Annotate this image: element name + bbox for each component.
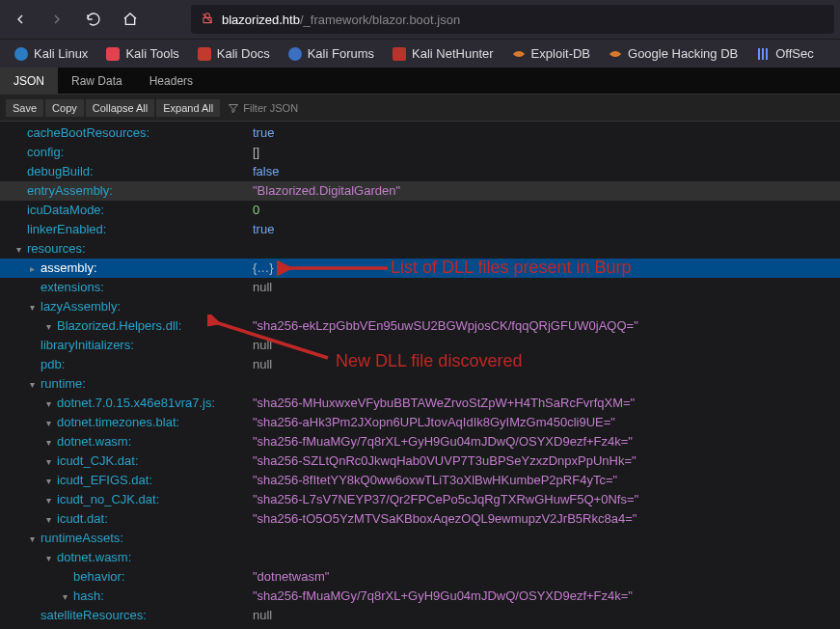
bookmark-label: OffSec [775, 46, 814, 61]
svg-rect-3 [198, 47, 211, 61]
svg-rect-2 [106, 47, 120, 61]
kali-docs-icon [197, 46, 212, 62]
copy-button[interactable]: Copy [45, 99, 84, 117]
bookmark-offsec[interactable]: OffSec [749, 44, 820, 64]
row-libraryinitializers[interactable]: libraryInitializers:null [0, 336, 840, 355]
row-entryassembly[interactable]: entryAssembly:"Blazorized.DigitalGarden" [0, 181, 840, 201]
row-icudt-nocjk[interactable]: icudt_no_CJK.dat:"sha256-L7sV7NEYP37/Qr2… [0, 490, 840, 509]
bookmark-kali-forums[interactable]: Kali Forums [282, 44, 380, 64]
tree-toggle-icon[interactable] [60, 587, 69, 607]
ghdb-icon [608, 46, 623, 62]
tree-toggle-icon[interactable] [27, 297, 37, 317]
url-bar[interactable]: blazorized.htb/_framework/blazor.boot.js… [191, 5, 834, 34]
exploitdb-icon [511, 46, 527, 62]
tree-toggle-icon[interactable] [43, 548, 53, 568]
url-host: blazorized.htb [222, 13, 300, 27]
row-icudt-efigs[interactable]: icudt_EFIGS.dat:"sha256-8fItetYY8kQ0ww6o… [0, 471, 840, 490]
tree-toggle-icon[interactable] [43, 471, 53, 491]
row-config[interactable]: config:[] [0, 143, 840, 162]
bookmark-exploit-db[interactable]: Exploit-DB [505, 44, 596, 64]
tab-headers[interactable]: Headers [136, 68, 206, 94]
filter-json[interactable]: Filter JSON [228, 102, 298, 114]
bookmarks-bar: Kali Linux Kali Tools Kali Docs Kali For… [0, 39, 840, 68]
row-dotnet-js[interactable]: dotnet.7.0.15.x46e81vra7.js:"sha256-MHux… [0, 394, 840, 413]
browser-toolbar: blazorized.htb/_framework/blazor.boot.js… [0, 0, 840, 39]
row-resources[interactable]: resources: [0, 239, 840, 259]
json-toolbar: Save Copy Collapse All Expand All Filter… [0, 95, 840, 122]
home-button[interactable] [116, 5, 145, 34]
bookmark-ghdb[interactable]: Google Hacking DB [602, 44, 744, 64]
bookmark-label: Google Hacking DB [628, 46, 738, 61]
nethunter-icon [392, 46, 407, 62]
svg-point-4 [288, 47, 302, 61]
tab-json[interactable]: JSON [0, 68, 58, 94]
save-button[interactable]: Save [6, 99, 43, 117]
row-linkerenabled[interactable]: linkerEnabled:true [0, 220, 840, 239]
row-lazyassembly[interactable]: lazyAssembly: [0, 297, 840, 316]
bookmark-label: Kali Forums [308, 46, 374, 61]
bookmark-label: Kali Docs [217, 46, 270, 61]
row-dotnet-wasm[interactable]: dotnet.wasm:"sha256-fMuaMGy/7q8rXL+GyH9G… [0, 432, 840, 451]
row-runtimeassets[interactable]: runtimeAssets: [0, 529, 840, 548]
insecure-lock-icon [201, 12, 214, 28]
row-behavior[interactable]: behavior:"dotnetwasm" [0, 567, 840, 587]
row-cachebootresources[interactable]: cacheBootResources:true [0, 123, 840, 143]
tree-toggle-icon[interactable] [27, 374, 37, 395]
tree-toggle-icon[interactable] [43, 451, 53, 472]
filter-placeholder: Filter JSON [243, 102, 298, 114]
row-icudatamode[interactable]: icuDataMode:0 [0, 201, 840, 220]
svg-rect-5 [393, 47, 406, 61]
forward-button[interactable] [42, 5, 71, 34]
kali-icon [14, 46, 29, 62]
row-hash[interactable]: hash:"sha256-fMuaMGy/7q8rXL+GyH9Gu04mJDw… [0, 587, 840, 606]
tree-toggle-icon[interactable] [43, 490, 53, 510]
bookmark-label: Kali Tools [125, 46, 178, 61]
bookmark-nethunter[interactable]: Kali NetHunter [386, 44, 500, 64]
reload-button[interactable] [79, 5, 108, 34]
bookmark-label: Kali NetHunter [412, 46, 494, 61]
kali-forums-icon [287, 46, 303, 62]
json-tree: cacheBootResources:true config:[] debugB… [0, 122, 840, 625]
bookmark-kali-docs[interactable]: Kali Docs [191, 44, 276, 64]
back-button[interactable] [6, 5, 35, 34]
tree-toggle-icon[interactable] [43, 316, 53, 337]
bookmark-label: Exploit-DB [531, 46, 590, 61]
row-ra-dotnet-wasm[interactable]: dotnet.wasm: [0, 548, 840, 567]
row-satelliteresources[interactable]: satelliteResources:null [0, 606, 840, 625]
row-assembly[interactable]: assembly:{…} [0, 259, 840, 278]
tree-toggle-icon[interactable] [43, 413, 53, 433]
tree-toggle-icon[interactable] [43, 394, 53, 414]
tree-toggle-icon[interactable] [27, 259, 37, 279]
expand-all-button[interactable]: Expand All [156, 99, 220, 117]
tab-raw[interactable]: Raw Data [58, 68, 136, 94]
bookmark-label: Kali Linux [34, 46, 88, 61]
row-debugbuild[interactable]: debugBuild:false [0, 162, 840, 181]
devtools-tabs: JSON Raw Data Headers [0, 68, 840, 95]
row-icudt[interactable]: icudt.dat:"sha256-tO5O5YzMTVSaKBboxAqezO… [0, 509, 840, 529]
row-pdb[interactable]: pdb:null [0, 355, 840, 374]
filter-icon [228, 102, 239, 114]
bookmark-kali-linux[interactable]: Kali Linux [8, 44, 94, 64]
row-blazorized-helpers-dll[interactable]: Blazorized.Helpers.dll:"sha256-ekLzpGbbV… [0, 316, 840, 336]
row-dotnet-timezones[interactable]: dotnet.timezones.blat:"sha256-aHk3Pm2JXo… [0, 413, 840, 432]
row-extensions[interactable]: extensions:null [0, 278, 840, 297]
tree-toggle-icon[interactable] [43, 509, 53, 530]
url-path: /_framework/blazor.boot.json [300, 13, 460, 27]
row-icudt-cjk[interactable]: icudt_CJK.dat:"sha256-SZLtQnRc0JkwqHab0V… [0, 451, 840, 471]
tree-toggle-icon[interactable] [43, 432, 53, 452]
offsec-icon [755, 46, 771, 62]
collapse-all-button[interactable]: Collapse All [86, 99, 154, 117]
bookmark-kali-tools[interactable]: Kali Tools [99, 44, 184, 64]
row-runtime[interactable]: runtime: [0, 374, 840, 394]
svg-point-1 [14, 47, 28, 61]
tree-toggle-icon[interactable] [14, 239, 23, 260]
tree-toggle-icon[interactable] [27, 529, 37, 549]
kali-tools-icon [105, 46, 121, 62]
